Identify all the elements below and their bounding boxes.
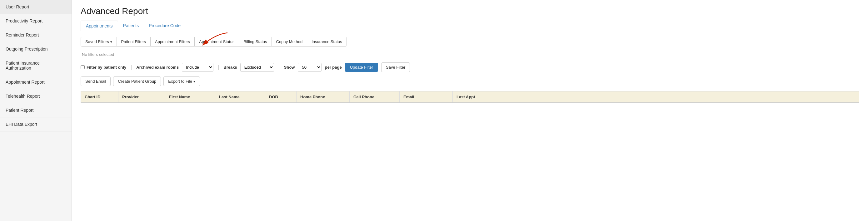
sidebar-item-outgoing-prescription[interactable]: Outgoing Prescription xyxy=(0,42,71,56)
send-email-button[interactable]: Send Email xyxy=(81,76,111,86)
tab-appointments[interactable]: Appointments xyxy=(81,21,118,31)
saved-filters-button[interactable]: Saved Filters xyxy=(81,37,117,46)
copay-method-button[interactable]: Copay Method xyxy=(272,37,307,46)
patient-filters-button[interactable]: Patient Filters xyxy=(117,37,151,46)
sidebar-item-reminder-report[interactable]: Reminder Report xyxy=(0,28,71,42)
th-first-name[interactable]: First Name xyxy=(165,91,215,102)
save-filter-button[interactable]: Save Filter xyxy=(381,63,410,72)
create-patient-group-button[interactable]: Create Patient Group xyxy=(113,76,161,86)
filter-bar: Saved Filters Patient Filters Appointmen… xyxy=(81,37,347,46)
filter-by-patient-label[interactable]: Filter by patient only xyxy=(81,65,126,70)
appointment-status-button[interactable]: Appointment Status xyxy=(195,37,239,46)
appointment-filters-button[interactable]: Appointment Filters xyxy=(151,37,195,46)
th-provider[interactable]: Provider xyxy=(118,91,165,102)
tab-patients[interactable]: Patients xyxy=(118,21,144,31)
th-chart-id[interactable]: Chart ID xyxy=(81,91,118,102)
th-email[interactable]: Email xyxy=(400,91,453,102)
main-content: Advanced Report Appointments Patients Pr… xyxy=(72,0,868,221)
update-filter-button[interactable]: Update Filter xyxy=(345,63,378,72)
breaks-select[interactable]: Excluded Included xyxy=(240,63,274,72)
th-cell-phone[interactable]: Cell Phone xyxy=(350,91,400,102)
th-last-name[interactable]: Last Name xyxy=(215,91,265,102)
filter-by-patient-checkbox[interactable] xyxy=(81,65,85,69)
tab-procedure-code[interactable]: Procedure Code xyxy=(144,21,186,31)
billing-status-button[interactable]: Billing Status xyxy=(239,37,272,46)
export-to-file-button[interactable]: Export to File xyxy=(163,76,200,86)
show-select[interactable]: 25 50 100 200 xyxy=(298,63,321,72)
no-filters-text: No filters selected xyxy=(81,50,859,59)
sidebar-item-telehealth-report[interactable]: Telehealth Report xyxy=(0,89,71,103)
archived-exam-rooms-label: Archived exam rooms xyxy=(136,65,179,70)
insurance-status-button[interactable]: Insurance Status xyxy=(307,37,346,46)
action-row: Send Email Create Patient Group Export t… xyxy=(81,76,859,86)
breaks-label: Breaks xyxy=(223,65,237,70)
th-home-phone[interactable]: Home Phone xyxy=(297,91,350,102)
page-title: Advanced Report xyxy=(81,6,859,16)
divider-1: | xyxy=(131,65,132,70)
filter-section: Saved Filters Patient Filters Appointmen… xyxy=(81,37,859,63)
sidebar-item-patient-insurance-auth[interactable]: Patient Insurance Authorization xyxy=(0,56,71,75)
per-page-label: per page xyxy=(324,65,342,70)
table-header: Chart ID Provider First Name Last Name D… xyxy=(81,91,859,103)
sidebar-item-patient-report[interactable]: Patient Report xyxy=(0,103,71,117)
sidebar-item-appointment-report[interactable]: Appointment Report xyxy=(0,75,71,89)
sidebar-item-user-report[interactable]: User Report xyxy=(0,0,71,14)
options-row: Filter by patient only | Archived exam r… xyxy=(81,63,859,72)
th-last-appt[interactable]: Last Appt xyxy=(453,91,493,102)
show-label: Show xyxy=(284,65,295,70)
divider-3: | xyxy=(278,65,280,70)
tabs-bar: Appointments Patients Procedure Code xyxy=(81,21,859,31)
archived-exam-rooms-select[interactable]: Include Exclude xyxy=(182,63,213,72)
sidebar: User Report Productivity Report Reminder… xyxy=(0,0,72,221)
sidebar-item-ehi-data-export[interactable]: EHI Data Export xyxy=(0,117,71,132)
th-dob[interactable]: DOB xyxy=(265,91,297,102)
divider-2: | xyxy=(218,65,219,70)
sidebar-item-productivity-report[interactable]: Productivity Report xyxy=(0,14,71,28)
